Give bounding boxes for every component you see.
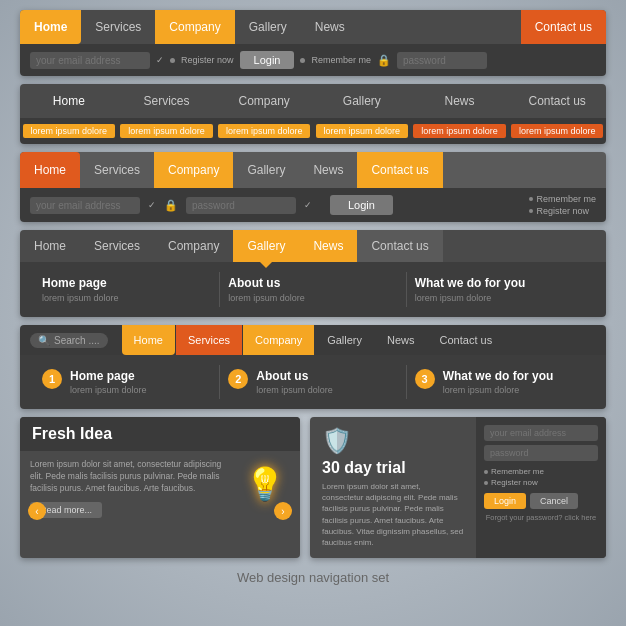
fresh-card-header: Fresh Idea (20, 417, 300, 451)
nav2-home[interactable]: Home (20, 84, 118, 118)
sub-badge-company: lorem ipsum dolore (218, 124, 311, 138)
nav2-company[interactable]: Company (215, 84, 313, 118)
nav5-home[interactable]: Home (122, 325, 175, 355)
nav1-news[interactable]: News (301, 10, 359, 44)
nav1-register[interactable]: Register now (181, 55, 234, 65)
navbar-2-top: Home Services Company Gallery News Conta… (20, 84, 606, 118)
nav3-checkmark: ✓ (148, 200, 156, 210)
nav5-col-home-sub: lorem ipsum dolore (70, 385, 147, 395)
nav2-sub-gallery: lorem ipsum dolore (313, 118, 411, 144)
nav5-col-what: 3 What we do for you lorem ipsum dolore (406, 365, 592, 399)
nav5-services[interactable]: Services (176, 325, 242, 355)
nav2-sub-contact: lorem ipsum dolore (508, 118, 606, 144)
navbar-5: 🔍 Search .... Home Services Company Gall… (20, 325, 606, 409)
nav2-sub-company: lorem ipsum dolore (215, 118, 313, 144)
navbar-2-sub: lorem ipsum dolore lorem ipsum dolore lo… (20, 118, 606, 144)
nav1-login-btn[interactable]: Login (240, 51, 295, 69)
nav5-gallery[interactable]: Gallery (315, 325, 374, 355)
nav1-checkmark: ✓ (156, 55, 164, 65)
nav3-home[interactable]: Home (20, 152, 80, 188)
trial-card: 🛡️ 30 day trial Lorem ipsum dolor sit am… (310, 417, 606, 558)
nav3-login-btn[interactable]: Login (330, 195, 393, 215)
nav5-col-about-text: About us lorem ipsum dolore (256, 369, 333, 395)
sub-badge-news: lorem ipsum dolore (413, 124, 506, 138)
nav4-gallery[interactable]: Gallery (233, 230, 299, 262)
nav3-remember-label: Remember me (536, 194, 596, 204)
fresh-prev-btn[interactable]: ‹ (28, 502, 46, 520)
nav3-services[interactable]: Services (80, 152, 154, 188)
nav1-home[interactable]: Home (20, 10, 81, 44)
nav4-home[interactable]: Home (20, 230, 80, 262)
nav1-gallery[interactable]: Gallery (235, 10, 301, 44)
trial-dot1 (484, 470, 488, 474)
nav1-services[interactable]: Services (81, 10, 155, 44)
nav5-col-what-text: What we do for you lorem ipsum dolore (443, 369, 554, 395)
nav3-company[interactable]: Company (154, 152, 233, 188)
navbar-3-top: Home Services Company Gallery News Conta… (20, 152, 606, 188)
nav4-news[interactable]: News (299, 230, 357, 262)
nav1-company[interactable]: Company (155, 10, 234, 44)
nav1-password-input[interactable] (397, 52, 487, 69)
nav4-col-home-text: lorem ipsum dolore (42, 293, 211, 303)
nav1-email-input[interactable] (30, 52, 150, 69)
nav5-col-what-title: What we do for you (443, 369, 554, 383)
navbar-5-content: 1 Home page lorem ipsum dolore 2 About u… (20, 355, 606, 409)
fresh-next-btn[interactable]: › (274, 502, 292, 520)
sub-badge-contact: lorem ipsum dolore (511, 124, 604, 138)
nav5-col-home-text: Home page lorem ipsum dolore (70, 369, 147, 395)
nav3-register: Register now (529, 206, 596, 216)
nav1-remember[interactable]: Remember me (311, 55, 371, 65)
bottom-row: Fresh Idea Lorem ipsum dolor sit amet, c… (20, 417, 606, 558)
trial-password-input[interactable] (484, 445, 598, 461)
nav2-contact[interactable]: Contact us (508, 84, 606, 118)
nav3-password-input[interactable] (186, 197, 296, 214)
trial-login-btn[interactable]: Login (484, 493, 526, 509)
nav5-company[interactable]: Company (243, 325, 314, 355)
navbar-1-top: Home Services Company Gallery News Conta… (20, 10, 606, 44)
nav5-contact[interactable]: Contact us (428, 325, 505, 355)
trial-remember-label: Remember me (491, 467, 544, 476)
nav3-register-label: Register now (536, 206, 589, 216)
nav2-sub-news: lorem ipsum dolore (411, 118, 509, 144)
nav4-col-home-title: Home page (42, 276, 211, 290)
nav2-news[interactable]: News (411, 84, 509, 118)
nav5-news[interactable]: News (375, 325, 427, 355)
trial-forgot[interactable]: Forgot your password? click here (484, 513, 598, 522)
sub-badge-gallery: lorem ipsum dolore (316, 124, 409, 138)
nav3-checks: Remember me Register now (529, 194, 596, 216)
nav3-gallery[interactable]: Gallery (233, 152, 299, 188)
navbar-4-content: Home page lorem ipsum dolore About us lo… (20, 262, 606, 317)
nav4-contact[interactable]: Contact us (357, 230, 442, 262)
nav2-services[interactable]: Services (118, 84, 216, 118)
trial-buttons: Login Cancel (484, 493, 598, 509)
trial-email-input[interactable] (484, 425, 598, 441)
nav1-dot1 (170, 58, 175, 63)
nav5-num-3: 3 (415, 369, 435, 389)
trial-cancel-btn[interactable]: Cancel (530, 493, 578, 509)
nav2-gallery[interactable]: Gallery (313, 84, 411, 118)
trial-card-left: 🛡️ 30 day trial Lorem ipsum dolor sit am… (310, 417, 476, 558)
nav4-col-about-title: About us (228, 276, 397, 290)
nav3-news[interactable]: News (299, 152, 357, 188)
nav5-col-home-title: Home page (70, 369, 147, 383)
nav5-col-about: 2 About us lorem ipsum dolore (219, 365, 405, 399)
nav3-remember: Remember me (529, 194, 596, 204)
nav4-company[interactable]: Company (154, 230, 233, 262)
nav3-email-input[interactable] (30, 197, 140, 214)
fresh-card-title: Fresh Idea (32, 425, 112, 443)
navbar-4: Home Services Company Gallery News Conta… (20, 230, 606, 317)
search-icon: 🔍 (38, 335, 50, 346)
nav1-contact[interactable]: Contact us (521, 10, 606, 44)
trial-register: Register now (484, 478, 598, 487)
nav3-contact[interactable]: Contact us (357, 152, 442, 188)
nav3-pass-checkmark: ✓ (304, 200, 312, 210)
trial-register-label: Register now (491, 478, 538, 487)
navbar-5-top: 🔍 Search .... Home Services Company Gall… (20, 325, 606, 355)
nav4-col-what-title: What we do for you (415, 276, 584, 290)
nav4-services[interactable]: Services (80, 230, 154, 262)
nav4-col-about: About us lorem ipsum dolore (219, 272, 405, 307)
navbar-5-search[interactable]: 🔍 Search .... (30, 333, 108, 348)
nav3-lock-icon: 🔒 (164, 199, 178, 212)
nav4-col-what: What we do for you lorem ipsum dolore (406, 272, 592, 307)
nav5-num-2: 2 (228, 369, 248, 389)
